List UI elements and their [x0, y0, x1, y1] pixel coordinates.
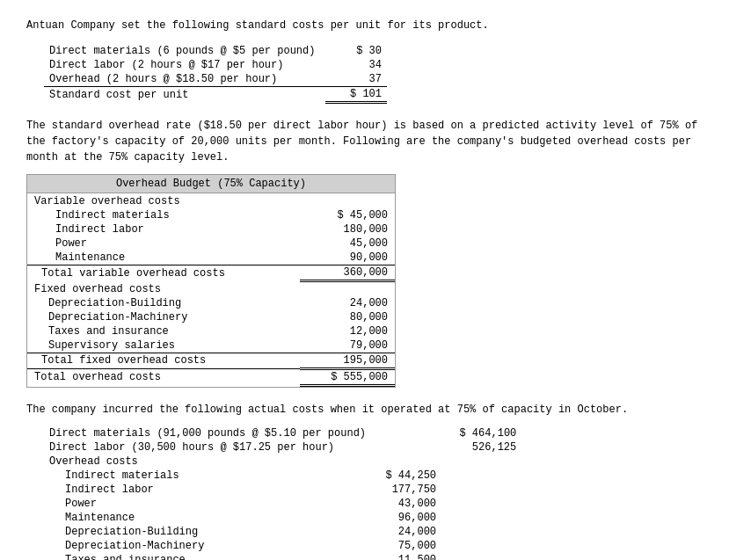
variable-section-label: Variable overhead costs — [27, 193, 395, 208]
variable-overhead-row-label: Indirect materials — [27, 208, 300, 222]
actual-overhead-row-label: Power — [44, 497, 371, 511]
overhead-grand-total-amount: $ 555,000 — [300, 368, 395, 385]
actual-overhead-row-col2 — [441, 553, 521, 561]
actual-overhead-row: Indirect labor177,750 — [44, 483, 521, 497]
actual-overhead-row-col2 — [441, 539, 521, 553]
standard-cost-row-amount: 37 — [325, 72, 387, 87]
actual-overhead-row-col1: 177,750 — [371, 483, 441, 497]
actual-overhead-row-label: Taxes and insurance — [44, 553, 371, 561]
actual-costs-section: Direct materials (91,000 pounds @ $5.10 … — [44, 426, 703, 561]
actual-overhead-row-col1: 24,000 — [371, 525, 441, 539]
actual-overhead-row-col2 — [441, 483, 521, 497]
variable-total-row: Total variable overhead costs 360,000 — [27, 265, 395, 281]
variable-overhead-row-amount: 90,000 — [300, 251, 395, 265]
standard-cost-row-label: Direct labor (2 hours @ $17 per hour) — [44, 58, 325, 72]
variable-overhead-row-label: Indirect labor — [27, 222, 300, 236]
overhead-budget-header: Overhead Budget (75% Capacity) — [27, 175, 395, 193]
fixed-label: Fixed overhead costs — [27, 281, 300, 296]
actual-cost-row: Direct labor (30,500 hours @ $17.25 per … — [44, 440, 521, 455]
variable-overhead-row: Maintenance90,000 — [27, 251, 395, 265]
fixed-overhead-row-label: Supervisory salaries — [27, 338, 300, 353]
standard-cost-row-label: Overhead (2 hours @ $18.50 per hour) — [44, 72, 325, 87]
standard-cost-row: Direct materials (6 pounds @ $5 per poun… — [44, 44, 387, 58]
actual-cost-row-col2: 526,125 — [441, 440, 521, 455]
variable-total-amount: 360,000 — [300, 265, 395, 281]
actual-cost-row-col1 — [371, 440, 441, 455]
variable-overhead-row: Power45,000 — [27, 236, 395, 251]
actual-overhead-row: Power43,000 — [44, 497, 521, 511]
actual-cost-row-col1 — [371, 455, 441, 469]
actual-overhead-row-col1: 96,000 — [371, 511, 441, 525]
actual-overhead-row-col2 — [441, 511, 521, 525]
actual-overhead-row-label: Depreciation-Machinery — [44, 539, 371, 553]
actual-cost-row: Overhead costs — [44, 455, 521, 469]
actual-overhead-row-label: Maintenance — [44, 511, 371, 525]
standard-cost-row-amount: $ 30 — [325, 44, 387, 58]
overhead-budget-section: Overhead Budget (75% Capacity) Variable … — [26, 174, 396, 388]
standard-cost-row: Direct labor (2 hours @ $17 per hour)34 — [44, 58, 387, 72]
actual-cost-row-col2: $ 464,100 — [441, 426, 521, 440]
actual-overhead-row-col2 — [441, 469, 521, 483]
variable-label: Variable overhead costs — [27, 193, 300, 208]
variable-overhead-row: Indirect materials$ 45,000 — [27, 208, 395, 222]
fixed-total-amount: 195,000 — [300, 353, 395, 368]
variable-overhead-row-label: Power — [27, 236, 300, 251]
actual-overhead-row-col1: $ 44,250 — [371, 469, 441, 483]
variable-overhead-row-amount: 180,000 — [300, 222, 395, 236]
actual-cost-row-col1 — [371, 426, 441, 440]
actual-cost-row: Direct materials (91,000 pounds @ $5.10 … — [44, 426, 521, 440]
actual-overhead-row-col2 — [441, 497, 521, 511]
standard-cost-row-label: Direct materials (6 pounds @ $5 per poun… — [44, 44, 325, 58]
actual-overhead-row-col1: 11,500 — [371, 553, 441, 561]
overhead-note: The standard overhead rate ($18.50 per d… — [26, 118, 703, 165]
actual-overhead-row-label: Indirect labor — [44, 483, 371, 497]
actual-overhead-row: Maintenance96,000 — [44, 511, 521, 525]
fixed-overhead-row-amount: 24,000 — [300, 296, 395, 310]
variable-overhead-row-amount: 45,000 — [300, 236, 395, 251]
fixed-total-row: Total fixed overhead costs 195,000 — [27, 353, 395, 368]
actual-overhead-row: Indirect materials$ 44,250 — [44, 469, 521, 483]
fixed-overhead-row-amount: 12,000 — [300, 324, 395, 338]
fixed-overhead-row: Depreciation-Machinery80,000 — [27, 310, 395, 324]
standard-cost-total-amount: $ 101 — [325, 87, 387, 103]
fixed-section-label: Fixed overhead costs — [27, 281, 395, 296]
standard-cost-row-amount: 34 — [325, 58, 387, 72]
actual-cost-row-label: Direct labor (30,500 hours @ $17.25 per … — [44, 440, 371, 455]
variable-overhead-row: Indirect labor180,000 — [27, 222, 395, 236]
standard-cost-total-row: Standard cost per unit $ 101 — [44, 87, 387, 103]
fixed-overhead-row-label: Depreciation-Building — [27, 296, 300, 310]
variable-overhead-row-label: Maintenance — [27, 251, 300, 265]
actual-overhead-row-label: Depreciation-Building — [44, 525, 371, 539]
actual-cost-row-label: Direct materials (91,000 pounds @ $5.10 … — [44, 426, 371, 440]
actual-cost-row-col2 — [441, 455, 521, 469]
standard-cost-row: Overhead (2 hours @ $18.50 per hour)37 — [44, 72, 387, 87]
fixed-total-label: Total fixed overhead costs — [27, 353, 300, 368]
actual-overhead-row-col1: 43,000 — [371, 497, 441, 511]
actual-cost-row-label: Overhead costs — [44, 455, 371, 469]
standard-cost-total-label: Standard cost per unit — [44, 87, 325, 103]
fixed-overhead-row-label: Taxes and insurance — [27, 324, 300, 338]
overhead-grand-total-row: Total overhead costs $ 555,000 — [27, 368, 395, 385]
fixed-overhead-row: Taxes and insurance12,000 — [27, 324, 395, 338]
actual-overhead-row: Depreciation-Machinery75,000 — [44, 539, 521, 553]
fixed-overhead-row-amount: 80,000 — [300, 310, 395, 324]
fixed-overhead-row-amount: 79,000 — [300, 338, 395, 353]
overhead-grand-total-label: Total overhead costs — [27, 368, 300, 385]
actual-overhead-row: Depreciation-Building24,000 — [44, 525, 521, 539]
standard-cost-table: Direct materials (6 pounds @ $5 per poun… — [44, 44, 703, 104]
actual-overhead-row-label: Indirect materials — [44, 469, 371, 483]
actual-note: The company incurred the following actua… — [26, 402, 703, 418]
actual-overhead-row: Taxes and insurance11,500 — [44, 553, 521, 561]
variable-total-label: Total variable overhead costs — [27, 265, 300, 281]
intro-text: Antuan Company set the following standar… — [26, 18, 703, 33]
fixed-overhead-row-label: Depreciation-Machinery — [27, 310, 300, 324]
actual-overhead-row-col2 — [441, 525, 521, 539]
fixed-overhead-row: Depreciation-Building24,000 — [27, 296, 395, 310]
actual-overhead-row-col1: 75,000 — [371, 539, 441, 553]
variable-overhead-row-amount: $ 45,000 — [300, 208, 395, 222]
fixed-overhead-row: Supervisory salaries79,000 — [27, 338, 395, 353]
